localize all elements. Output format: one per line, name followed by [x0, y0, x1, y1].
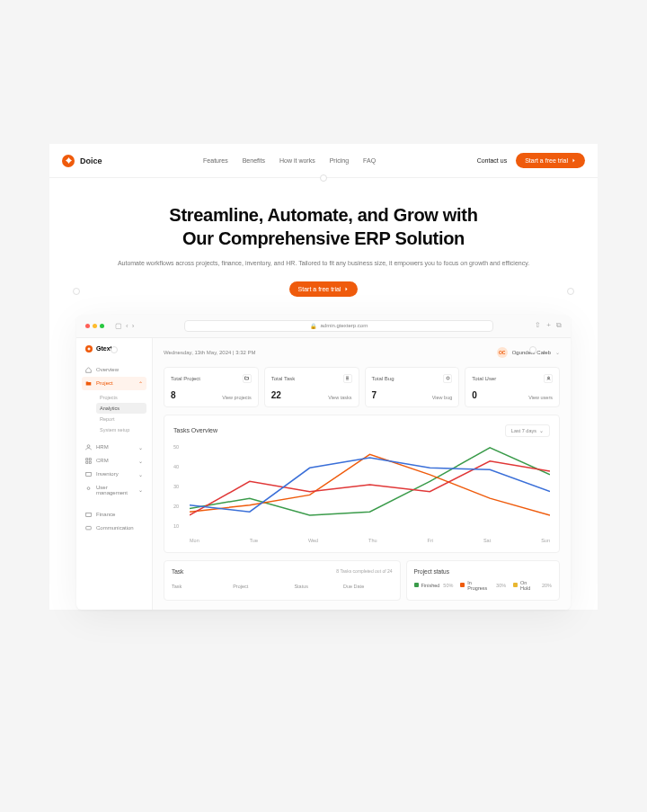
user-menu[interactable]: OC Ogundele Caleb ⌄	[497, 347, 560, 358]
app-main: Wednesday, 13th May, 2024 | 3:32 PM OC O…	[153, 338, 571, 610]
stat-link[interactable]: View users	[528, 395, 553, 400]
svg-rect-1	[86, 458, 88, 460]
box-icon	[85, 471, 92, 477]
contact-link[interactable]: Contact us	[477, 157, 507, 164]
chevron-down-icon: ⌄	[539, 428, 544, 433]
svg-point-0	[87, 444, 90, 447]
close-dot[interactable]	[85, 324, 90, 328]
chart-y-axis: 5040302010	[173, 444, 179, 529]
stat-link[interactable]: View bug	[432, 395, 453, 400]
project-status-legend: Finished50%In Progress30%On Hold20%	[414, 580, 552, 591]
hero-cta-button[interactable]: Start a free trial	[289, 281, 359, 297]
tasks-overview-chart: Tasks Overview Last 7 days ⌄ 5040302010	[164, 415, 560, 553]
url-text: admin.gtexterp.com	[320, 323, 368, 328]
svg-point-10	[547, 377, 549, 379]
sidebar-item-user-mgmt[interactable]: User management ⌄	[82, 481, 146, 499]
chevron-right-icon	[572, 158, 576, 163]
dashboard-mock: ▢ ‹ › 🔒 admin.gtexterp.com ⇧ + ⧉	[76, 315, 571, 610]
sidebar-toggle-icon[interactable]: ▢	[115, 322, 122, 330]
sidebar-item-crm[interactable]: CRM ⌄	[82, 454, 146, 468]
legend-dot	[460, 583, 465, 587]
brand-name: Doice	[80, 156, 102, 165]
sidebar-project-submenu: Projects Analytics Report System setup	[82, 392, 146, 435]
chevron-down-icon: ⌄	[138, 471, 143, 477]
hero-subtitle: Automate workflows across projects, fina…	[85, 259, 562, 269]
chevron-down-icon: ⌄	[138, 486, 143, 493]
app-sidebar: Gtext Overview Project ⌃ Projects Analyt…	[76, 338, 153, 610]
minimize-dot[interactable]	[93, 324, 97, 328]
nav-features[interactable]: Features	[203, 157, 228, 164]
chevron-right-icon	[344, 287, 349, 291]
folder-icon	[243, 374, 252, 383]
chart-x-axis: MonTueWedThuFriSatSun	[190, 538, 550, 543]
header-cta-label: Start a free trial	[525, 157, 568, 164]
stat-card-user: Total User 0 View users	[465, 367, 560, 407]
project-status-card: Project status Finished50%In Progress30%…	[406, 560, 560, 601]
stats-row: Total Project 8 View projects Total Task	[164, 367, 560, 407]
sidebar-sub-analytics[interactable]: Analytics	[96, 403, 146, 414]
back-icon[interactable]: ‹	[126, 322, 129, 330]
nav-how-it-works[interactable]: How it works	[279, 157, 315, 164]
maximize-dot[interactable]	[100, 324, 104, 328]
tabs-icon[interactable]: ⧉	[556, 321, 562, 330]
header-cta-button[interactable]: Start a free trial	[516, 153, 585, 168]
stat-card-project: Total Project 8 View projects	[164, 367, 259, 407]
nav-pricing[interactable]: Pricing	[330, 157, 349, 164]
sidebar-sub-projects[interactable]: Projects	[96, 392, 146, 403]
hero-section: Streamline, Automate, and Grow with Our …	[49, 178, 598, 315]
sidebar-item-hrm[interactable]: HRM ⌄	[82, 441, 146, 454]
stat-value: 7	[372, 390, 377, 400]
lock-icon: 🔒	[310, 323, 316, 329]
sidebar-item-communication[interactable]: Communication	[82, 522, 146, 535]
url-bar[interactable]: 🔒 admin.gtexterp.com	[184, 320, 493, 332]
browser-chrome: ▢ ‹ › 🔒 admin.gtexterp.com ⇧ + ⧉	[76, 315, 571, 338]
app-topbar: Wednesday, 13th May, 2024 | 3:32 PM OC O…	[164, 347, 560, 358]
users-icon	[85, 444, 92, 451]
forward-icon[interactable]: ›	[132, 322, 135, 330]
stat-link[interactable]: View tasks	[328, 395, 351, 400]
chart-filter[interactable]: Last 7 days ⌄	[505, 424, 550, 437]
list-icon	[343, 374, 352, 383]
site-header: Doice Features Benefits How it works Pri…	[49, 144, 598, 178]
browser-nav: ▢ ‹ ›	[115, 322, 134, 330]
app-logo-icon	[85, 345, 93, 352]
logo-icon	[62, 155, 75, 167]
main-nav: Features Benefits How it works Pricing F…	[203, 157, 376, 164]
sidebar-sub-report[interactable]: Report	[96, 414, 146, 424]
hero-title: Streamline, Automate, and Grow with Our …	[85, 203, 562, 250]
task-card-title: Task	[172, 568, 183, 575]
legend-dot	[513, 583, 518, 587]
chart-title: Tasks Overview	[173, 427, 217, 433]
stat-title: Total Bug	[372, 376, 394, 381]
user-icon	[544, 374, 553, 383]
sidebar-item-overview[interactable]: Overview	[82, 363, 146, 377]
new-tab-icon[interactable]: +	[546, 321, 551, 330]
nav-benefits[interactable]: Benefits	[243, 157, 265, 164]
stat-title: Total Project	[171, 376, 200, 381]
legend-item: Finished50%	[414, 580, 454, 591]
sidebar-item-finance[interactable]: Finance	[82, 508, 146, 522]
share-icon[interactable]: ⇧	[535, 321, 541, 330]
chevron-down-icon: ⌄	[555, 349, 560, 355]
sidebar-item-inventory[interactable]: Inventory ⌄	[82, 468, 146, 481]
chat-icon	[85, 525, 92, 531]
folder-icon	[85, 380, 92, 387]
svg-rect-3	[86, 461, 88, 463]
task-card-subtitle: 8 Tasks completed out of 24	[336, 568, 392, 574]
chevron-down-icon: ⌄	[138, 458, 143, 464]
sidebar-sub-system[interactable]: System setup	[96, 424, 146, 435]
brand-logo[interactable]: Doice	[62, 155, 102, 167]
stat-value: 22	[271, 390, 281, 400]
stat-link[interactable]: View projects	[222, 395, 252, 400]
svg-rect-2	[89, 458, 91, 460]
wallet-icon	[85, 512, 92, 518]
nav-faq[interactable]: FAQ	[363, 157, 376, 164]
current-date: Wednesday, 13th May, 2024 | 3:32 PM	[164, 350, 256, 355]
svg-rect-8	[86, 526, 92, 530]
stat-value: 8	[171, 390, 176, 400]
legend-dot	[414, 583, 419, 587]
avatar: OC	[497, 347, 508, 358]
sidebar-item-project[interactable]: Project ⌃	[82, 377, 146, 390]
chevron-up-icon: ⌃	[138, 380, 143, 387]
legend-item: In Progress30%	[460, 580, 506, 591]
